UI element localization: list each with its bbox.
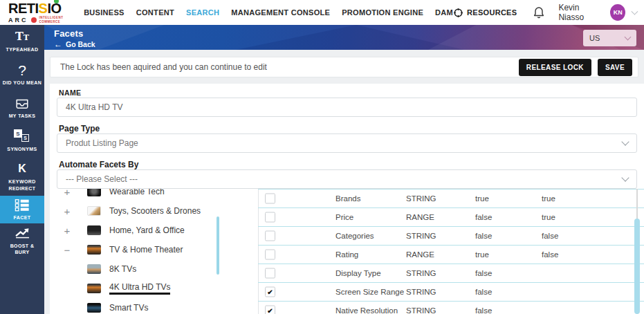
facet-cell: STRING <box>406 232 436 240</box>
sidebar-item-my-tasks[interactable]: MY TASKS <box>0 91 44 124</box>
page-title: Facets <box>54 28 95 39</box>
save-button[interactable]: SAVE <box>598 59 632 76</box>
user-name[interactable]: Kevin Niasso <box>558 3 603 22</box>
tree-item-label: 8K TVs <box>109 264 136 274</box>
tree-scrollbar-thumb[interactable] <box>217 216 219 275</box>
chevron-down-icon <box>625 34 632 41</box>
expand-icon[interactable]: + <box>61 225 73 237</box>
sidebar-item-boost-bury[interactable]: BOOST & BURY <box>0 223 44 258</box>
name-input[interactable]: 4K Ultra HD TV <box>57 98 637 117</box>
tree-table-split: +Wearable Tech+Toys, Scooters & Drones+H… <box>50 189 644 314</box>
facet-cell: true <box>475 194 489 203</box>
row-checkbox[interactable]: ✔ <box>265 287 275 297</box>
expand-icon[interactable]: + <box>61 189 73 198</box>
category-tree: +Wearable Tech+Toys, Scooters & Drones+H… <box>50 189 258 314</box>
facet-cell: Brands <box>335 194 360 203</box>
main-nav: BUSINESSCONTENTSEARCHMANAGEMENT CONSOLEP… <box>84 8 453 17</box>
sidebar-item-typeahead[interactable]: TTTYPEAHEAD <box>0 25 44 58</box>
release-lock-button[interactable]: RELEASE LOCK <box>519 59 591 76</box>
row-checkbox[interactable]: ✔ <box>265 231 275 241</box>
automate-facets-value: --- Please Select --- <box>66 174 623 184</box>
row-checkbox[interactable]: ✔ <box>265 268 275 279</box>
nav-item-promotion-engine[interactable]: PROMOTION ENGINE <box>342 8 423 17</box>
tree-item-4k-ultra-hd-tvs[interactable]: 4K Ultra HD TVs <box>50 279 258 298</box>
lock-notification-bar: The Lock has been aquired and you can co… <box>50 57 638 77</box>
facet-cell: Screen Size Range <box>335 288 404 296</box>
left-sidebar: TTTYPEAHEAD?DID YOU MEANMY TASKSSSSYNONY… <box>0 25 44 314</box>
nav-item-management-console[interactable]: MANAGEMENT CONSOLE <box>231 8 330 17</box>
page-type-label: Page Type <box>59 124 100 133</box>
name-value: 4K Ultra HD TV <box>66 102 628 112</box>
facet-table-row-categories: ✔CategoriesSTRINGfalsefalse <box>258 226 644 245</box>
inbox-tray-icon <box>15 96 30 110</box>
facet-cell: true <box>542 194 555 203</box>
sidebar-item-keyword-redirect[interactable]: KKEYWORD REDIRECT <box>0 158 44 196</box>
row-checkbox[interactable]: ✔ <box>265 194 275 204</box>
locale-value: US <box>589 34 625 42</box>
lifering-icon <box>453 8 463 18</box>
sidebar-item-label: DID YOU MEAN <box>2 80 42 86</box>
tree-item-smart-tvs[interactable]: Smart TVs <box>50 298 258 314</box>
resources-button[interactable]: RESOURCES <box>453 8 517 18</box>
nav-item-dam[interactable]: DAM <box>435 8 453 17</box>
facet-table-row-native-resolution: ✔Native ResolutionSTRINGfalse <box>258 301 644 314</box>
notification-bell-icon[interactable] <box>533 6 544 19</box>
tree-item-label: 4K Ultra HD TVs <box>109 282 170 295</box>
facet-table-row-rating: ✔RatingRANGEtruefalse <box>258 245 644 264</box>
row-checkbox[interactable]: ✔ <box>265 250 275 260</box>
sidebar-item-facet[interactable]: FACET <box>0 196 44 223</box>
facet-cell: Categories <box>335 232 374 240</box>
nav-item-search[interactable]: SEARCH <box>186 8 219 17</box>
facet-cell: Rating <box>335 250 358 259</box>
sidebar-item-label: KEYWORD REDIRECT <box>2 178 42 192</box>
facet-cell: false <box>475 213 492 221</box>
tree-item-tv-home-theater[interactable]: −TV & Home Theater <box>50 240 258 259</box>
typeahead-icon: TT <box>15 30 29 44</box>
facet-cell: Price <box>335 213 353 221</box>
locale-select[interactable]: US <box>583 30 636 46</box>
facet-cell: true <box>475 250 489 259</box>
user-menu-chevron-icon[interactable] <box>632 8 638 15</box>
avatar[interactable]: KN <box>610 4 625 21</box>
tree-item-home-yard-office[interactable]: +Home, Yard & Office <box>50 221 258 240</box>
main-content: The Lock has been aquired and you can co… <box>44 50 644 314</box>
nav-item-content[interactable]: CONTENT <box>136 8 174 17</box>
tree-item-toys-scooters-drones[interactable]: +Toys, Scooters & Drones <box>50 201 258 221</box>
page-header-band: Facets ← Go Back US <box>44 25 644 50</box>
go-back-label: Go Back <box>66 40 95 48</box>
automate-facets-label: Automate Facets By <box>59 160 138 169</box>
automate-facets-select[interactable]: --- Please Select --- <box>57 169 637 189</box>
synonyms-icon: SS <box>14 129 30 143</box>
sidebar-item-label: MY TASKS <box>2 113 42 119</box>
sidebar-item-label: SYNONYMS <box>2 146 42 152</box>
facet-cell: STRING <box>406 194 436 203</box>
expand-icon[interactable]: + <box>61 205 73 217</box>
nav-item-business[interactable]: BUSINESS <box>84 8 125 17</box>
tree-item-wearable-tech[interactable]: +Wearable Tech <box>50 189 258 201</box>
retisio-logo[interactable]: RETISIO ARC INTELLIGENTCOMMERCE <box>0 1 80 24</box>
facet-table-row-screen-size-range: ✔Screen Size RangeSTRINGfalse <box>258 282 644 301</box>
row-checkbox[interactable]: ✔ <box>265 306 275 314</box>
facet-cell: STRING <box>406 269 436 277</box>
table-scrollbar-thumb[interactable] <box>634 219 640 314</box>
tree-item-label: Wearable Tech <box>109 189 165 196</box>
tree-item-label: Smart TVs <box>109 303 148 313</box>
facet-cell: RANGE <box>406 250 434 259</box>
facet-cell: RANGE <box>406 213 434 221</box>
collapse-icon[interactable]: − <box>61 244 73 256</box>
tree-item-8k-tvs[interactable]: 8K TVs <box>50 259 258 279</box>
sidebar-item-label: FACET <box>2 214 42 221</box>
row-checkbox[interactable]: ✔ <box>265 212 275 223</box>
go-back-button[interactable]: ← Go Back <box>54 40 95 48</box>
sidebar-item-label: TYPEAHEAD <box>2 46 42 53</box>
sidebar-item-synonyms[interactable]: SSSYNONYMS <box>0 124 44 158</box>
back-arrow-icon: ← <box>54 40 62 48</box>
facet-cell: STRING <box>406 306 436 314</box>
facet-cell: false <box>542 250 558 259</box>
facet-cell: false <box>475 269 492 277</box>
facet-table: ✔BrandsSTRINGtruetrue✔PriceRANGEfalsetru… <box>258 189 644 314</box>
page-type-select[interactable]: Produt Listing Page <box>57 133 637 153</box>
sidebar-item-did-you-mean[interactable]: ?DID YOU MEAN <box>0 58 44 91</box>
category-thumbnail-icon <box>87 206 101 216</box>
facet-cell: false <box>475 306 492 314</box>
